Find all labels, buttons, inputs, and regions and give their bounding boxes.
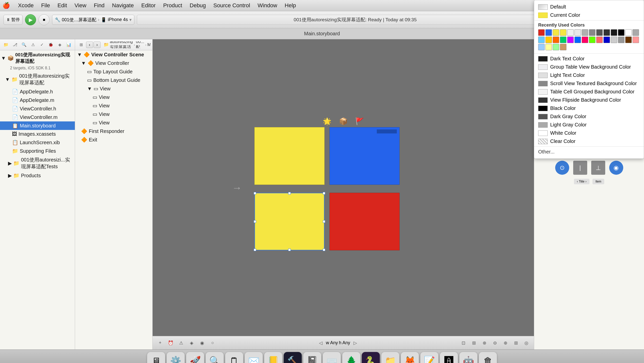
- menu-source-control[interactable]: Source Control: [212, 2, 252, 9]
- menu-view[interactable]: View: [73, 2, 88, 9]
- pause-button[interactable]: ⏸ 暂停: [4, 15, 23, 25]
- nav-back-button[interactable]: ‹: [86, 42, 93, 48]
- scene-item-view2[interactable]: ▭ View: [75, 101, 152, 110]
- canvas-inner[interactable]: 🌟 📦 🚩 →: [153, 39, 534, 336]
- bc-item-3[interactable]: M...ard: [147, 42, 150, 47]
- other-color-button[interactable]: Other...: [534, 148, 644, 156]
- scene-item-view-root[interactable]: ▼ ▭ View: [75, 84, 152, 93]
- dock-launchpad[interactable]: 🚀: [186, 352, 204, 363]
- menu-navigate[interactable]: Navigate: [111, 2, 135, 9]
- dock-mail[interactable]: ✉️: [245, 352, 263, 363]
- constraint-icon[interactable]: ⏰: [167, 339, 175, 346]
- dock-android-studio[interactable]: 🤖: [459, 352, 477, 363]
- named-color-row[interactable]: Clear Color: [534, 137, 644, 145]
- scene-item-view1[interactable]: ▭ View: [75, 93, 152, 101]
- named-color-row[interactable]: View Flipside Background Color: [534, 96, 644, 104]
- scene-item-top-layout[interactable]: ▭ Top Layout Guide: [75, 67, 152, 76]
- sidebar-item-main-storyboard[interactable]: 📋 Main.storyboard: [0, 121, 75, 130]
- sidebar-item-images[interactable]: 🖼 Images.xcassets: [0, 130, 75, 138]
- named-color-row[interactable]: Light Text Color: [534, 71, 644, 79]
- sidebar-item-appdelegate-h[interactable]: 📄 AppDelegate.h: [0, 87, 75, 96]
- insp-item-btn[interactable]: Item: [592, 179, 604, 184]
- insp-title-btn[interactable]: ‹ Title ›: [574, 179, 589, 184]
- scene-layout-icon[interactable]: ⊞: [77, 41, 85, 48]
- sidebar-vcs-icon[interactable]: ⎇: [11, 41, 19, 48]
- menu-edit[interactable]: Edit: [56, 2, 69, 9]
- warning-icon[interactable]: ⚠: [177, 339, 185, 346]
- dock-safari[interactable]: 🔍: [206, 352, 224, 363]
- dock-contacts[interactable]: 📒: [264, 352, 282, 363]
- dock-terminal[interactable]: ⌨️: [323, 352, 341, 363]
- zoom-icon[interactable]: ⊞: [470, 339, 478, 346]
- dock-xcode[interactable]: 🔨: [284, 352, 302, 363]
- zoom-out-button[interactable]: ⊖: [491, 339, 499, 346]
- bc-item-1[interactable]: 001使用autoresizing实现屏幕适配: [110, 41, 133, 48]
- scene-item-view3[interactable]: ▭ View: [75, 110, 152, 118]
- view-red1[interactable]: [330, 193, 400, 250]
- dock-onenote[interactable]: 📓: [303, 352, 321, 363]
- scene-item-view-controller[interactable]: ▼ 🔶 View Controller: [75, 59, 152, 67]
- scene-item-view4[interactable]: ▭ View: [75, 118, 152, 127]
- view-yellow1[interactable]: [254, 127, 325, 185]
- named-color-row[interactable]: Dark Text Color: [534, 55, 644, 63]
- view-blue1[interactable]: [330, 127, 400, 185]
- scheme-selector[interactable]: 🔧 001使…屏幕适配 › 📱 iPhone 4s ▾: [52, 15, 134, 25]
- menu-file[interactable]: File: [40, 2, 51, 9]
- run-button[interactable]: ▶: [25, 14, 36, 25]
- bookmark-icon[interactable]: ◈: [188, 339, 196, 346]
- grid-button[interactable]: ⊞: [512, 339, 520, 346]
- dock-word[interactable]: 📝: [420, 352, 438, 363]
- scene-item-first-responder[interactable]: 🔶 First Responder: [75, 127, 152, 135]
- sidebar-group-main[interactable]: ▼ 📁 001使用autoresizing实现屏幕适配: [0, 71, 75, 87]
- menu-window[interactable]: Window: [256, 2, 279, 9]
- canvas-forward-button[interactable]: ▷: [351, 339, 359, 346]
- dock-misc2[interactable]: 🅰: [440, 352, 458, 363]
- insp-icon-2[interactable]: |: [573, 161, 587, 175]
- scene-item-controller-scene[interactable]: ▼ 🔶 View Controller Scene: [75, 50, 152, 59]
- menu-debug[interactable]: Debug: [188, 2, 207, 9]
- menu-editor[interactable]: Editor: [140, 2, 157, 9]
- nav-forward-button[interactable]: ›: [94, 42, 101, 48]
- sidebar-breakpoints-icon[interactable]: ◈: [56, 41, 64, 48]
- sidebar-item-products[interactable]: ▶ 📁 Products: [0, 171, 75, 180]
- menu-find[interactable]: Find: [92, 2, 106, 9]
- insp-icon-4[interactable]: ◉: [609, 161, 623, 175]
- named-color-row[interactable]: Light Gray Color: [534, 121, 644, 129]
- dock-finder[interactable]: 🖥: [147, 352, 165, 363]
- named-color-row[interactable]: Scroll View Textured Background Color: [534, 79, 644, 88]
- sidebar-folder-icon[interactable]: 📁: [2, 41, 10, 48]
- sidebar-reports-icon[interactable]: 📊: [65, 41, 73, 48]
- sidebar-debug-icon[interactable]: 🐞: [47, 41, 55, 48]
- bc-item-2[interactable]: 00...配: [136, 41, 144, 48]
- sidebar-issues-icon[interactable]: ⚠: [29, 41, 37, 48]
- bc-item-0[interactable]: 📁: [104, 42, 109, 47]
- named-color-row[interactable]: Group Table View Background Color: [534, 63, 644, 71]
- scene-item-exit[interactable]: 🔶 Exit: [75, 135, 152, 144]
- pan-button[interactable]: ◎: [522, 339, 530, 346]
- sidebar-item-appdelegate-m[interactable]: 📄 AppDelegate.m: [0, 96, 75, 104]
- sidebar-tests-icon[interactable]: ✓: [38, 41, 46, 48]
- dock-preferences[interactable]: ⚙️: [167, 352, 185, 363]
- sidebar-search-icon[interactable]: 🔍: [20, 41, 28, 48]
- menu-product[interactable]: Product: [162, 2, 184, 9]
- menu-xcode[interactable]: Xcode: [17, 2, 35, 9]
- add-constraint-button[interactable]: +: [156, 339, 164, 346]
- insp-icon-3[interactable]: ⊣: [591, 161, 605, 175]
- named-color-row[interactable]: Table Cell Grouped Background Color: [534, 88, 644, 96]
- dock-SourceTree[interactable]: 🌲: [342, 352, 360, 363]
- dock-trash[interactable]: 🗑: [479, 352, 497, 363]
- zoom-fit-button[interactable]: ⊡: [459, 339, 467, 346]
- canvas-back-button[interactable]: ◁: [317, 339, 325, 346]
- dock-pycharm[interactable]: 🐍: [362, 352, 380, 363]
- sidebar-item-viewcontroller-h[interactable]: 📄 ViewController.h: [0, 104, 75, 113]
- zoom-reset-button[interactable]: ⊗: [480, 339, 488, 346]
- sidebar-item-launchscreen[interactable]: 📋 LaunchScreen.xib: [0, 138, 75, 147]
- named-color-row[interactable]: White Color: [534, 129, 644, 137]
- apple-menu[interactable]: 🍎: [3, 2, 10, 9]
- view-yellow2[interactable]: [254, 193, 325, 250]
- stop-button[interactable]: ■: [39, 14, 50, 25]
- pin-icon[interactable]: ◉: [198, 339, 206, 346]
- sidebar-item-supporting-files[interactable]: 📁 Supporting Files: [0, 147, 75, 155]
- scene-item-bottom-layout[interactable]: ▭ Bottom Layout Guide: [75, 76, 152, 84]
- circle-icon[interactable]: ○: [209, 339, 217, 346]
